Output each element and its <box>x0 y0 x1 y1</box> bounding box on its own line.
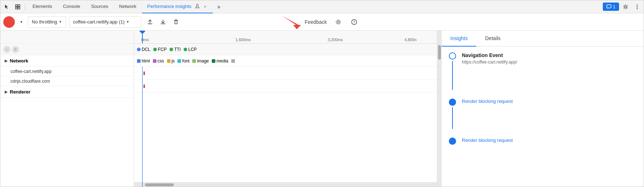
tti-legend: TTI <box>169 47 181 52</box>
tab-insights[interactable]: Insights <box>442 31 476 47</box>
insight-rb2-timeline <box>449 138 456 145</box>
insight-nav-line <box>452 61 453 90</box>
right-panel: Insights Details Navigation Event https <box>441 31 644 187</box>
timeline-cursor-diamond <box>139 31 146 34</box>
tti-dot <box>169 48 173 51</box>
lcp-dot <box>184 48 187 51</box>
tab-bar-right: 1 <box>603 2 642 12</box>
record-dropdown-arrow: ▼ <box>20 20 23 24</box>
insight-nav-title: Navigation Event <box>462 52 517 58</box>
throttling-dropdown[interactable]: No throttling ▼ <box>28 16 66 28</box>
image-legend: image <box>192 58 209 64</box>
svg-rect-4 <box>607 5 611 8</box>
delete-button[interactable] <box>170 16 182 28</box>
insight-rb1-line <box>452 107 453 129</box>
lcp-label: LCP <box>188 47 197 52</box>
css-square <box>153 59 156 63</box>
tab-performance-insights[interactable]: Performance insights × <box>142 0 213 13</box>
recording-dropdown[interactable]: coffee-cart.netlify.app (1) ▼ <box>69 16 141 28</box>
tab-console[interactable]: Console <box>58 0 85 13</box>
toolbar-settings-btn[interactable] <box>332 16 344 28</box>
tab-sources[interactable]: Sources <box>86 0 113 13</box>
net-row-2[interactable] <box>134 80 441 93</box>
insight-rb1-timeline <box>449 99 456 129</box>
upload-button[interactable] <box>144 16 156 28</box>
cursor-icon-btn[interactable] <box>2 2 12 12</box>
tab-bar-left: Elements Console Sources Network Perform… <box>2 0 224 13</box>
js-label: js <box>172 58 175 64</box>
svg-rect-3 <box>18 7 20 9</box>
more-options-btn[interactable] <box>632 2 642 12</box>
chat-icon <box>606 4 611 9</box>
fcp-dot <box>153 48 157 51</box>
svg-rect-1 <box>18 5 20 6</box>
svg-point-8 <box>637 8 638 9</box>
renderer-expand-icon: ▶ <box>5 90 8 94</box>
recording-label: coffee-cart.netlify.app (1) <box>73 19 125 25</box>
dcl-label: DCL <box>142 47 150 52</box>
insight-rb2-circle <box>449 138 456 145</box>
toolbar-actions <box>144 16 182 28</box>
tti-label: TTI <box>174 47 181 52</box>
recording-arrow: ▼ <box>126 20 130 24</box>
timeline-panel: 0ms 1,600ms 3,200ms 4,800n DCL FCP <box>134 31 441 187</box>
vertical-scrollbar[interactable] <box>437 31 441 187</box>
svg-point-9 <box>337 21 339 23</box>
time-marker-1600ms: 1,600ms <box>236 38 251 42</box>
inspect-icon <box>15 4 21 10</box>
network-section-label: Network <box>10 58 28 64</box>
insight-rb1-link[interactable]: Render blocking request <box>462 99 513 104</box>
tab-more-btn[interactable]: » <box>214 2 224 12</box>
net-row-1[interactable] <box>134 67 441 80</box>
main-content: ○ C ▶ Network coffee-cart.netlify.app cd… <box>0 31 644 187</box>
tab-details[interactable]: Details <box>476 31 509 47</box>
record-dropdown-btn[interactable]: ▼ <box>18 17 25 27</box>
chat-button[interactable]: 1 <box>603 3 619 11</box>
insight-nav-timeline <box>449 52 456 90</box>
js-square <box>167 59 171 63</box>
network-item-cdnjs[interactable]: cdnjs.cloudflare.com <box>0 77 134 86</box>
html-legend: html <box>137 58 150 64</box>
feedback-link[interactable]: Feedback <box>305 19 327 25</box>
renderer-section-label: Renderer <box>10 89 30 95</box>
tab-elements[interactable]: Elements <box>27 0 57 13</box>
cursor-icon <box>4 4 10 10</box>
left-panel: ○ C ▶ Network coffee-cart.netlify.app cd… <box>0 31 134 187</box>
insight-nav-circle <box>449 52 456 60</box>
download-icon <box>160 19 166 25</box>
insight-rb2-link[interactable]: Render blocking request <box>462 138 513 143</box>
devtools-window: Elements Console Sources Network Perform… <box>0 0 644 187</box>
sidebar-content: ▶ Network coffee-cart.netlify.app cdnjs.… <box>0 55 134 187</box>
insight-rb2-text: Render blocking request <box>462 138 513 143</box>
record-button[interactable] <box>3 16 15 28</box>
scrollbar-thumb <box>438 45 441 60</box>
tab-bar-divider <box>25 3 25 10</box>
font-legend: font <box>177 58 189 64</box>
net-row-1-bar <box>143 71 145 75</box>
net-row-2-bar <box>143 84 145 88</box>
download-button[interactable] <box>157 16 169 28</box>
renderer-section-header[interactable]: ▶ Renderer <box>0 86 134 98</box>
timeline-cursor-extension <box>142 67 143 187</box>
network-section-items: coffee-cart.netlify.app cdnjs.cloudflare… <box>0 67 134 86</box>
lcp-legend: LCP <box>184 47 197 52</box>
network-item-coffee-cart[interactable]: coffee-cart.netlify.app <box>0 67 134 77</box>
insight-rb1-circle <box>449 99 456 106</box>
insight-nav-url: https://coffee-cart.netlify.app/ <box>462 60 517 65</box>
media-legend: media <box>212 58 228 64</box>
settings-icon-btn[interactable] <box>621 2 631 12</box>
inspect-icon-btn[interactable] <box>13 2 23 12</box>
tab-close-performance[interactable]: × <box>202 4 208 9</box>
tab-network[interactable]: Network <box>114 0 142 13</box>
help-icon: ? <box>351 19 357 25</box>
time-marker-3200ms: 3,200ms <box>328 38 343 42</box>
image-label: image <box>197 58 209 64</box>
insight-render-blocking-2: Render blocking request <box>449 138 636 145</box>
network-expand-icon: ▶ <box>5 59 8 63</box>
svg-point-5 <box>624 6 627 8</box>
horizontal-scrollbar[interactable] <box>134 182 437 187</box>
throttling-label: No throttling <box>32 19 57 25</box>
network-section-header[interactable]: ▶ Network <box>0 55 134 67</box>
insight-render-blocking-1: Render blocking request <box>449 99 636 129</box>
help-button[interactable]: ? <box>348 16 360 28</box>
